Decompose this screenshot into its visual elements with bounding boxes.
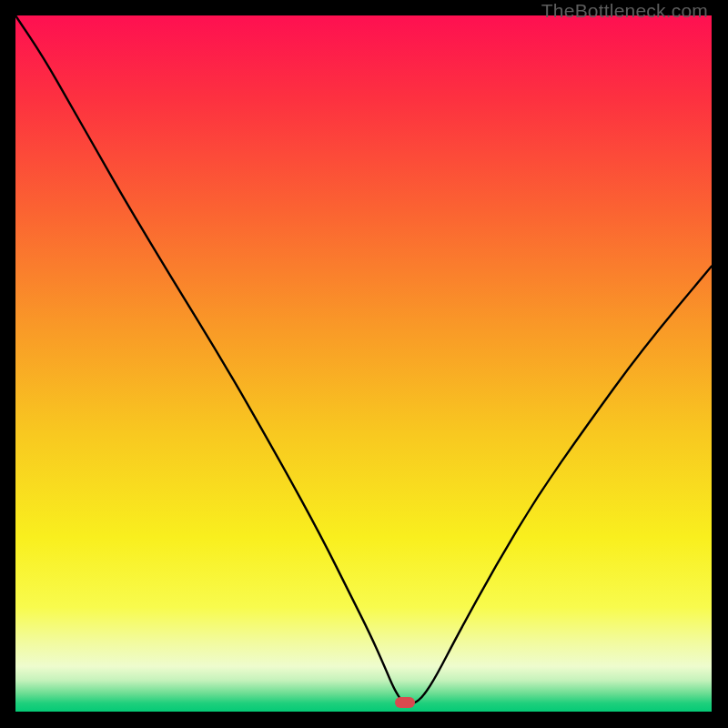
heatmap-background xyxy=(15,15,712,712)
chart-stage: TheBottleneck.com xyxy=(0,0,728,728)
minimum-marker xyxy=(395,697,415,708)
watermark-label: TheBottleneck.com xyxy=(541,0,708,22)
